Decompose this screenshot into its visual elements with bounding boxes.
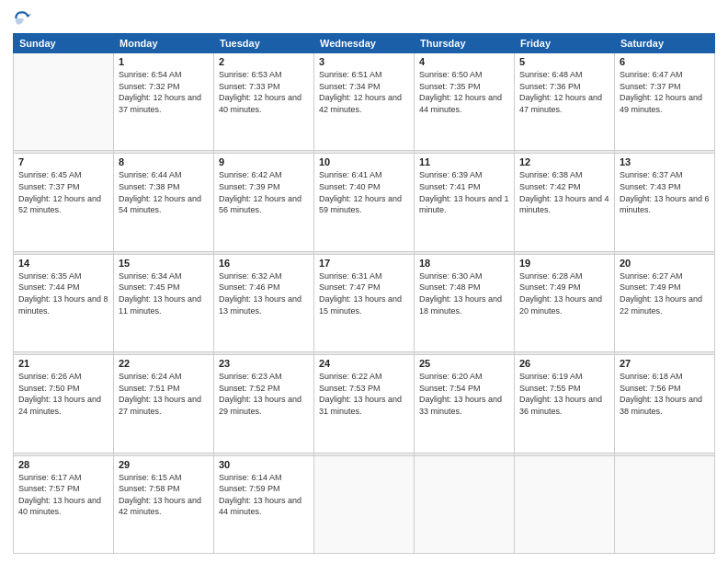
- day-cell: 9Sunrise: 6:42 AMSunset: 7:39 PMDaylight…: [214, 154, 314, 251]
- week-row-3: 14Sunrise: 6:35 AMSunset: 7:44 PMDayligh…: [14, 254, 715, 351]
- day-cell: [615, 455, 715, 553]
- header: [13, 9, 715, 28]
- day-info: Sunrise: 6:15 AMSunset: 7:58 PMDaylight:…: [119, 472, 209, 518]
- weekday-header-tuesday: Tuesday: [214, 34, 314, 53]
- day-info: Sunrise: 6:28 AMSunset: 7:49 PMDaylight:…: [519, 270, 609, 316]
- day-info: Sunrise: 6:24 AMSunset: 7:51 PMDaylight:…: [119, 371, 209, 417]
- logo: [13, 9, 35, 28]
- weekday-header-thursday: Thursday: [415, 34, 515, 53]
- day-info: Sunrise: 6:30 AMSunset: 7:48 PMDaylight:…: [419, 270, 509, 316]
- day-cell: 11Sunrise: 6:39 AMSunset: 7:41 PMDayligh…: [415, 154, 515, 251]
- week-row-4: 21Sunrise: 6:26 AMSunset: 7:50 PMDayligh…: [14, 355, 715, 453]
- day-number: 24: [319, 358, 409, 369]
- day-cell: 5Sunrise: 6:48 AMSunset: 7:36 PMDaylight…: [515, 53, 615, 151]
- day-info: Sunrise: 6:47 AMSunset: 7:37 PMDaylight:…: [620, 69, 710, 115]
- day-cell: 8Sunrise: 6:44 AMSunset: 7:38 PMDaylight…: [114, 154, 214, 251]
- day-cell: 22Sunrise: 6:24 AMSunset: 7:51 PMDayligh…: [114, 355, 214, 453]
- weekday-header-friday: Friday: [515, 34, 615, 53]
- day-cell: 28Sunrise: 6:17 AMSunset: 7:57 PMDayligh…: [14, 455, 114, 553]
- day-cell: [415, 455, 515, 553]
- day-cell: 26Sunrise: 6:19 AMSunset: 7:55 PMDayligh…: [515, 355, 615, 453]
- day-number: 7: [18, 156, 108, 167]
- day-number: 3: [319, 56, 409, 67]
- day-cell: 12Sunrise: 6:38 AMSunset: 7:42 PMDayligh…: [515, 154, 615, 251]
- day-number: 21: [18, 358, 108, 369]
- day-number: 1: [119, 56, 209, 67]
- day-cell: 18Sunrise: 6:30 AMSunset: 7:48 PMDayligh…: [415, 254, 515, 351]
- page: SundayMondayTuesdayWednesdayThursdayFrid…: [0, 0, 728, 563]
- week-row-5: 28Sunrise: 6:17 AMSunset: 7:57 PMDayligh…: [14, 455, 715, 553]
- day-info: Sunrise: 6:53 AMSunset: 7:33 PMDaylight:…: [219, 69, 309, 115]
- day-info: Sunrise: 6:54 AMSunset: 7:32 PMDaylight:…: [119, 69, 209, 115]
- weekday-header-wednesday: Wednesday: [314, 34, 415, 53]
- day-cell: 20Sunrise: 6:27 AMSunset: 7:49 PMDayligh…: [615, 254, 715, 351]
- day-number: 10: [319, 156, 409, 167]
- day-number: 30: [219, 459, 309, 470]
- day-info: Sunrise: 6:39 AMSunset: 7:41 PMDaylight:…: [419, 169, 509, 215]
- day-info: Sunrise: 6:14 AMSunset: 7:59 PMDaylight:…: [219, 472, 309, 518]
- day-number: 14: [18, 258, 108, 269]
- day-info: Sunrise: 6:38 AMSunset: 7:42 PMDaylight:…: [519, 169, 609, 215]
- logo-icon: [13, 9, 31, 28]
- day-info: Sunrise: 6:26 AMSunset: 7:50 PMDaylight:…: [18, 371, 108, 417]
- day-cell: 2Sunrise: 6:53 AMSunset: 7:33 PMDaylight…: [214, 53, 314, 151]
- day-number: 5: [519, 56, 609, 67]
- day-number: 13: [620, 156, 710, 167]
- day-number: 15: [119, 258, 209, 269]
- day-cell: 13Sunrise: 6:37 AMSunset: 7:43 PMDayligh…: [615, 154, 715, 251]
- day-cell: 1Sunrise: 6:54 AMSunset: 7:32 PMDaylight…: [114, 53, 214, 151]
- day-cell: 17Sunrise: 6:31 AMSunset: 7:47 PMDayligh…: [314, 254, 415, 351]
- day-info: Sunrise: 6:34 AMSunset: 7:45 PMDaylight:…: [119, 270, 209, 316]
- week-row-1: 1Sunrise: 6:54 AMSunset: 7:32 PMDaylight…: [14, 53, 715, 151]
- day-number: 17: [319, 258, 409, 269]
- day-cell: 15Sunrise: 6:34 AMSunset: 7:45 PMDayligh…: [114, 254, 214, 351]
- day-info: Sunrise: 6:35 AMSunset: 7:44 PMDaylight:…: [18, 270, 108, 316]
- day-info: Sunrise: 6:32 AMSunset: 7:46 PMDaylight:…: [219, 270, 309, 316]
- day-cell: 10Sunrise: 6:41 AMSunset: 7:40 PMDayligh…: [314, 154, 415, 251]
- day-info: Sunrise: 6:17 AMSunset: 7:57 PMDaylight:…: [18, 472, 108, 518]
- day-info: Sunrise: 6:31 AMSunset: 7:47 PMDaylight:…: [319, 270, 409, 316]
- day-info: Sunrise: 6:41 AMSunset: 7:40 PMDaylight:…: [319, 169, 409, 215]
- day-number: 29: [119, 459, 209, 470]
- day-cell: [314, 455, 415, 553]
- day-info: Sunrise: 6:27 AMSunset: 7:49 PMDaylight:…: [620, 270, 710, 316]
- day-number: 8: [119, 156, 209, 167]
- day-number: 9: [219, 156, 309, 167]
- day-cell: 4Sunrise: 6:50 AMSunset: 7:35 PMDaylight…: [415, 53, 515, 151]
- day-number: 4: [419, 56, 509, 67]
- day-number: 18: [419, 258, 509, 269]
- day-number: 22: [119, 358, 209, 369]
- day-cell: 7Sunrise: 6:45 AMSunset: 7:37 PMDaylight…: [14, 154, 114, 251]
- day-number: 27: [620, 358, 710, 369]
- day-info: Sunrise: 6:44 AMSunset: 7:38 PMDaylight:…: [119, 169, 209, 215]
- day-number: 6: [620, 56, 710, 67]
- day-number: 12: [519, 156, 609, 167]
- day-number: 25: [419, 358, 509, 369]
- day-cell: [515, 455, 615, 553]
- day-info: Sunrise: 6:37 AMSunset: 7:43 PMDaylight:…: [620, 169, 710, 215]
- day-info: Sunrise: 6:19 AMSunset: 7:55 PMDaylight:…: [519, 371, 609, 417]
- day-cell: 25Sunrise: 6:20 AMSunset: 7:54 PMDayligh…: [415, 355, 515, 453]
- day-cell: 19Sunrise: 6:28 AMSunset: 7:49 PMDayligh…: [515, 254, 615, 351]
- weekday-header-saturday: Saturday: [615, 34, 715, 53]
- day-cell: 27Sunrise: 6:18 AMSunset: 7:56 PMDayligh…: [615, 355, 715, 453]
- week-row-2: 7Sunrise: 6:45 AMSunset: 7:37 PMDaylight…: [14, 154, 715, 251]
- day-info: Sunrise: 6:50 AMSunset: 7:35 PMDaylight:…: [419, 69, 509, 115]
- day-cell: 24Sunrise: 6:22 AMSunset: 7:53 PMDayligh…: [314, 355, 415, 453]
- day-number: 19: [519, 258, 609, 269]
- day-info: Sunrise: 6:23 AMSunset: 7:52 PMDaylight:…: [219, 371, 309, 417]
- day-number: 26: [519, 358, 609, 369]
- day-info: Sunrise: 6:18 AMSunset: 7:56 PMDaylight:…: [620, 371, 710, 417]
- day-info: Sunrise: 6:42 AMSunset: 7:39 PMDaylight:…: [219, 169, 309, 215]
- day-number: 2: [219, 56, 309, 67]
- weekday-header-row: SundayMondayTuesdayWednesdayThursdayFrid…: [14, 34, 715, 53]
- day-cell: [14, 53, 114, 151]
- weekday-header-sunday: Sunday: [14, 34, 114, 53]
- calendar-table: SundayMondayTuesdayWednesdayThursdayFrid…: [13, 33, 715, 554]
- day-cell: 21Sunrise: 6:26 AMSunset: 7:50 PMDayligh…: [14, 355, 114, 453]
- day-cell: 23Sunrise: 6:23 AMSunset: 7:52 PMDayligh…: [214, 355, 314, 453]
- day-cell: 6Sunrise: 6:47 AMSunset: 7:37 PMDaylight…: [615, 53, 715, 151]
- day-number: 28: [18, 459, 108, 470]
- day-cell: 16Sunrise: 6:32 AMSunset: 7:46 PMDayligh…: [214, 254, 314, 351]
- day-info: Sunrise: 6:45 AMSunset: 7:37 PMDaylight:…: [18, 169, 108, 215]
